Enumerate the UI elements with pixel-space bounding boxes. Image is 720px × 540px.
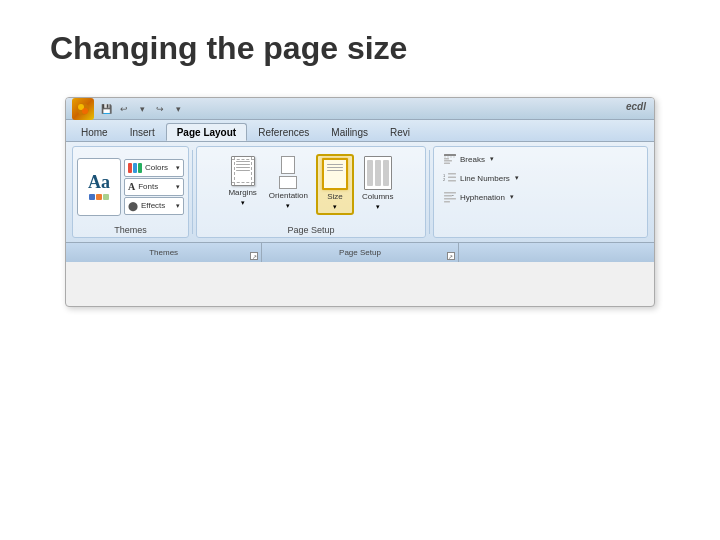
columns-button[interactable]: Columns ▾ (358, 154, 398, 213)
word-window: 💾 ↩ ▾ ↪ ▾ ecdl Home Insert Page Layout R… (65, 97, 655, 307)
arrange-buttons: Breaks ▾ 1 2 L (438, 150, 643, 206)
margins-chevron-icon: ▾ (241, 199, 245, 207)
undo-qat-btn[interactable]: ↩ (116, 101, 132, 117)
margins-button[interactable]: Margins ▾ (224, 154, 260, 209)
fonts-chevron-icon: ▾ (176, 183, 180, 191)
size-chevron-icon: ▾ (333, 203, 337, 211)
svg-rect-3 (444, 154, 456, 156)
hyphenation-icon: - (443, 191, 457, 203)
svg-rect-12 (448, 180, 456, 182)
effects-icon: ⬤ (128, 201, 138, 211)
page-setup-group-label: Page Setup (287, 223, 334, 235)
colors-label: Colors (145, 163, 168, 172)
svg-rect-6 (444, 160, 452, 162)
themes-group: Aa (72, 146, 189, 238)
page-setup-expand-btn[interactable]: ↗ (447, 252, 455, 260)
colors-icon (128, 163, 142, 173)
themes-side-buttons: Colors ▾ A Fonts ▾ ⬤ Effects ▾ (124, 159, 184, 215)
title-bar-label: ecdl (626, 101, 646, 112)
effects-label: Effects (141, 201, 165, 210)
ribbon-tab-bar: Home Insert Page Layout References Maili… (66, 120, 654, 142)
fonts-label: Fonts (138, 182, 158, 191)
breaks-button[interactable]: Breaks ▾ (438, 150, 643, 168)
svg-rect-4 (444, 158, 449, 160)
tab-home[interactable]: Home (70, 123, 119, 141)
svg-text:2: 2 (443, 177, 446, 182)
margins-icon (231, 156, 255, 186)
breaks-icon (443, 153, 457, 165)
themes-expand-btn[interactable]: ↗ (250, 252, 258, 260)
breaks-label: Breaks (460, 155, 485, 164)
breaks-chevron-icon: ▾ (490, 155, 494, 163)
svg-rect-13 (444, 192, 456, 194)
tab-review[interactable]: Revi (379, 123, 421, 141)
svg-rect-16 (444, 198, 456, 200)
effects-button[interactable]: ⬤ Effects ▾ (124, 197, 184, 215)
fonts-button[interactable]: A Fonts ▾ (124, 178, 184, 196)
svg-rect-7 (444, 163, 450, 165)
arrange-status-section (459, 243, 654, 262)
quick-access-toolbar: 💾 ↩ ▾ ↪ ▾ (98, 101, 186, 117)
hyphenation-button[interactable]: - Hyphenation ▾ (438, 188, 643, 206)
line-numbers-chevron-icon: ▾ (515, 174, 519, 182)
tab-page-layout[interactable]: Page Layout (166, 123, 247, 141)
themes-aa-text: Aa (88, 173, 110, 191)
themes-status-label: Themes (149, 248, 178, 257)
redo-qat-btn[interactable]: ↪ (152, 101, 168, 117)
page-setup-status-section: Page Setup ↗ (262, 243, 458, 262)
themes-status-section: Themes ↗ (66, 243, 262, 262)
save-qat-btn[interactable]: 💾 (98, 101, 114, 117)
orientation-chevron-icon: ▾ (286, 202, 290, 210)
orientation-button[interactable]: Orientation ▾ (265, 154, 312, 212)
title-bar: 💾 ↩ ▾ ↪ ▾ ecdl (66, 98, 654, 120)
page-setup-group: Margins ▾ Orientation ▾ (196, 146, 426, 238)
size-label: Size (327, 192, 343, 201)
svg-point-2 (82, 108, 88, 114)
slide: Changing the page size 💾 ↩ ▾ ↪ ▾ ecdl (0, 0, 720, 540)
tab-insert[interactable]: Insert (119, 123, 166, 141)
margins-label: Margins (228, 188, 256, 197)
tab-references[interactable]: References (247, 123, 320, 141)
svg-rect-11 (448, 177, 456, 179)
page-setup-group-content: Margins ▾ Orientation ▾ (224, 150, 397, 223)
columns-icon (364, 156, 392, 190)
themes-group-label: Themes (114, 223, 147, 235)
line-numbers-label: Line Numbers (460, 174, 510, 183)
themes-button[interactable]: Aa (77, 158, 121, 216)
ribbon-body: Aa (66, 142, 654, 242)
svg-rect-17 (444, 201, 450, 203)
page-setup-status-label: Page Setup (339, 248, 381, 257)
columns-label: Columns (362, 192, 394, 201)
size-button[interactable]: Size ▾ (316, 154, 354, 215)
undo-arrow-btn[interactable]: ▾ (134, 101, 150, 117)
colors-button[interactable]: Colors ▾ (124, 159, 184, 177)
hyphenation-label: Hyphenation (460, 193, 505, 202)
colors-chevron-icon: ▾ (176, 164, 180, 172)
orientation-label: Orientation (269, 191, 308, 200)
columns-chevron-icon: ▾ (376, 203, 380, 211)
line-numbers-icon: 1 2 (443, 172, 457, 184)
themes-group-content: Aa (77, 150, 184, 223)
slide-title: Changing the page size (50, 30, 670, 67)
line-numbers-button[interactable]: 1 2 Line Numbers ▾ (438, 169, 643, 187)
effects-chevron-icon: ▾ (176, 202, 180, 210)
svg-rect-14 (444, 195, 452, 197)
office-logo (72, 98, 94, 120)
size-icon (322, 158, 348, 190)
fonts-icon: A (128, 181, 135, 192)
hyphenation-chevron-icon: ▾ (510, 193, 514, 201)
ribbon-status-bar: Themes ↗ Page Setup ↗ (66, 242, 654, 262)
tab-mailings[interactable]: Mailings (320, 123, 379, 141)
orientation-icon (279, 156, 297, 189)
group-separator-2 (429, 150, 430, 234)
customize-qat-btn[interactable]: ▾ (170, 101, 186, 117)
svg-rect-10 (448, 173, 456, 175)
group-separator-1 (192, 150, 193, 234)
page-arrange-group: Breaks ▾ 1 2 L (433, 146, 648, 238)
